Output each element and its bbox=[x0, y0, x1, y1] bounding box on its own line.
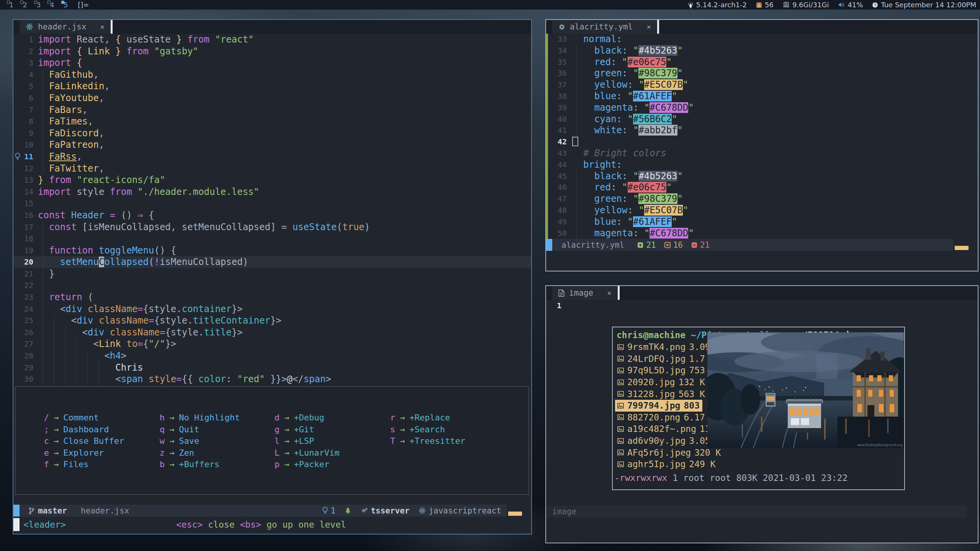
whichkey-binding--packer[interactable]: p→+Packer bbox=[270, 459, 385, 471]
whichkey-binding-save[interactable]: w→Save bbox=[155, 435, 270, 447]
code-line: 37 yellow: "#E5C07B" bbox=[546, 79, 978, 91]
file-row-97q9L5D.jpg[interactable]: 97q9L5D.jpg753 K bbox=[615, 365, 702, 376]
whichkey-binding-quit[interactable]: q→Quit bbox=[155, 424, 270, 436]
binding-key: ; bbox=[39, 424, 49, 436]
code-buffer-header-jsx[interactable]: 1import React, { useState } from "react"… bbox=[13, 34, 531, 385]
scroll-progress-pill[interactable] bbox=[955, 246, 969, 250]
whichkey-binding--lunarvim[interactable]: L→+LunarVim bbox=[270, 447, 385, 459]
line-number: 21 bbox=[22, 268, 38, 280]
line-number: 49 bbox=[554, 216, 572, 228]
whichkey-binding-zen[interactable]: z→Zen bbox=[155, 447, 270, 459]
binding-label: +Debug bbox=[294, 413, 324, 422]
clock-icon bbox=[872, 2, 878, 8]
whichkey-binding--git[interactable]: g→+Git bbox=[270, 424, 385, 436]
whichkey-binding-no-highlight[interactable]: h→No Highlight bbox=[155, 412, 270, 424]
scroll-progress-pill[interactable] bbox=[508, 512, 522, 516]
tab-close-icon[interactable]: × bbox=[100, 23, 104, 31]
mode-indicator-block bbox=[546, 239, 552, 251]
line-text: black: "#4b5263" bbox=[572, 45, 978, 57]
binding-label: Dashboard bbox=[63, 425, 109, 434]
file-row-a19c482f~.png[interactable]: a19c482f~.png11.7 M bbox=[615, 423, 702, 435]
code-line: 11 FaRss, bbox=[13, 151, 531, 163]
image-file-icon bbox=[617, 356, 624, 361]
packages-module: 56 bbox=[756, 1, 774, 9]
code-buffer-alacritty-yml[interactable]: 33 normal:34 black: "#4b5263"35 red: "#e… bbox=[546, 34, 978, 239]
whichkey-binding--replace[interactable]: r→+Replace bbox=[385, 412, 465, 424]
git-added-icon bbox=[637, 242, 643, 248]
hint-bs-label: go up one level bbox=[267, 520, 346, 530]
file-row-9rsmTK4.png[interactable]: 9rsmTK4.png3.09 M bbox=[615, 341, 702, 353]
binding-key: q bbox=[155, 424, 165, 436]
tab-title: header.jsx bbox=[38, 22, 86, 31]
line-number: 17 bbox=[22, 221, 38, 233]
tab-close-icon[interactable]: × bbox=[646, 23, 651, 31]
binding-label: +Treesitter bbox=[409, 436, 465, 446]
layout-symbol[interactable]: []= bbox=[78, 1, 89, 9]
code-line: 16const Header = () ⇒ { bbox=[13, 209, 531, 221]
workspace-3[interactable]: 3 bbox=[33, 1, 41, 9]
line-number: 14 bbox=[22, 186, 38, 198]
code-line: 39 magenta: "#C678DD" bbox=[546, 102, 978, 114]
file-row-799794.jpg[interactable]: 799794.jpg803 K bbox=[615, 400, 702, 412]
file-row-31228.jpg[interactable]: 31228.jpg563 K bbox=[615, 388, 702, 400]
tab-close-icon[interactable]: × bbox=[607, 289, 611, 297]
whichkey-binding-explorer[interactable]: e→Explorer bbox=[39, 447, 155, 459]
whichkey-binding--debug[interactable]: d→+Debug bbox=[270, 412, 385, 424]
binding-label: +Packer bbox=[294, 459, 329, 469]
workspace-4[interactable]: 4 bbox=[47, 1, 54, 9]
file-row-AFq5r6j.jpeg[interactable]: AFq5r6j.jpeg320 K bbox=[615, 446, 702, 458]
binding-key: b bbox=[155, 459, 165, 471]
cmdline-hints: <esc> close <bs> go up one level bbox=[176, 517, 346, 532]
file-row-882720.png[interactable]: 882720.png6.17 M bbox=[615, 412, 702, 423]
memory-usage: 9.6Gi/31Gi bbox=[792, 1, 829, 9]
image-file-icon bbox=[617, 379, 624, 385]
binding-label: Zen bbox=[179, 448, 194, 458]
arrow-icon: → bbox=[165, 425, 179, 434]
line-text: # Bright colors bbox=[572, 148, 978, 159]
workspace-1[interactable]: 1 bbox=[6, 1, 13, 9]
whichkey-column: /→Comment;→Dashboardc→Close Buffere→Expl… bbox=[39, 412, 155, 494]
code-line: 47 green: "#98C379" bbox=[546, 193, 978, 205]
file-row-20920.jpg[interactable]: 20920.jpg132 K bbox=[615, 376, 702, 388]
arrow-icon: → bbox=[165, 436, 179, 446]
line-number: 29 bbox=[22, 362, 38, 374]
whichkey-binding--lsp[interactable]: l→+LSP bbox=[270, 435, 385, 447]
file-row-ad6v90y.jpg[interactable]: ad6v90y.jpg3.05 M bbox=[615, 435, 702, 447]
line-text: black: "#4b5263" bbox=[572, 171, 978, 182]
tab-image[interactable]: image × bbox=[552, 286, 618, 300]
volume-module: 41% bbox=[838, 1, 863, 9]
arrow-icon: → bbox=[395, 425, 409, 434]
whichkey-binding--buffers[interactable]: b→+Buffers bbox=[155, 459, 270, 471]
image-file-icon bbox=[617, 450, 624, 455]
file-row-aghr5Ip.jpg[interactable]: aghr5Ip.jpg249 K bbox=[615, 458, 702, 470]
file-row-24LrDFQ.jpg[interactable]: 24LrDFQ.jpg1.7 M bbox=[615, 353, 702, 365]
whichkey-binding-files[interactable]: f→Files bbox=[39, 459, 155, 471]
whichkey-binding-close-buffer[interactable]: c→Close Buffer bbox=[39, 435, 155, 447]
code-line: 15 bbox=[13, 198, 531, 209]
workspace-2[interactable]: 2 bbox=[20, 1, 27, 9]
line-number: 15 bbox=[22, 198, 38, 209]
git-changed-count: 16 bbox=[673, 240, 683, 250]
code-action-sign[interactable] bbox=[13, 153, 22, 160]
tab-header-jsx[interactable]: header.jsx × bbox=[20, 20, 111, 34]
line-number: 6 bbox=[22, 92, 38, 104]
arrow-icon: → bbox=[280, 425, 294, 434]
whichkey-binding-dashboard[interactable]: ;→Dashboard bbox=[39, 424, 155, 436]
image-file-icon bbox=[617, 379, 624, 385]
line-text: FaGithub, bbox=[38, 69, 531, 81]
code-line: 34 black: "#4b5263" bbox=[546, 45, 978, 57]
workspace-5[interactable]: 5 bbox=[61, 1, 68, 9]
code-line: 3import { bbox=[13, 57, 531, 69]
whichkey-binding--search[interactable]: s→+Search bbox=[385, 424, 465, 436]
whichkey-binding--treesitter[interactable]: T→+Treesitter bbox=[385, 435, 465, 447]
line-number: 2 bbox=[22, 46, 38, 57]
arrow-icon: → bbox=[49, 436, 63, 446]
tab-alacritty-yml[interactable]: alacritty.yml × bbox=[552, 20, 657, 34]
line-number: 48 bbox=[554, 205, 572, 216]
git-branch-icon bbox=[29, 507, 34, 515]
line-number: 27 bbox=[22, 338, 38, 350]
whichkey-binding-comment[interactable]: /→Comment bbox=[39, 412, 155, 424]
arrow-icon: → bbox=[49, 425, 63, 434]
code-line: 6 FaYoutube, bbox=[13, 92, 531, 104]
line-number: 16 bbox=[22, 209, 38, 221]
